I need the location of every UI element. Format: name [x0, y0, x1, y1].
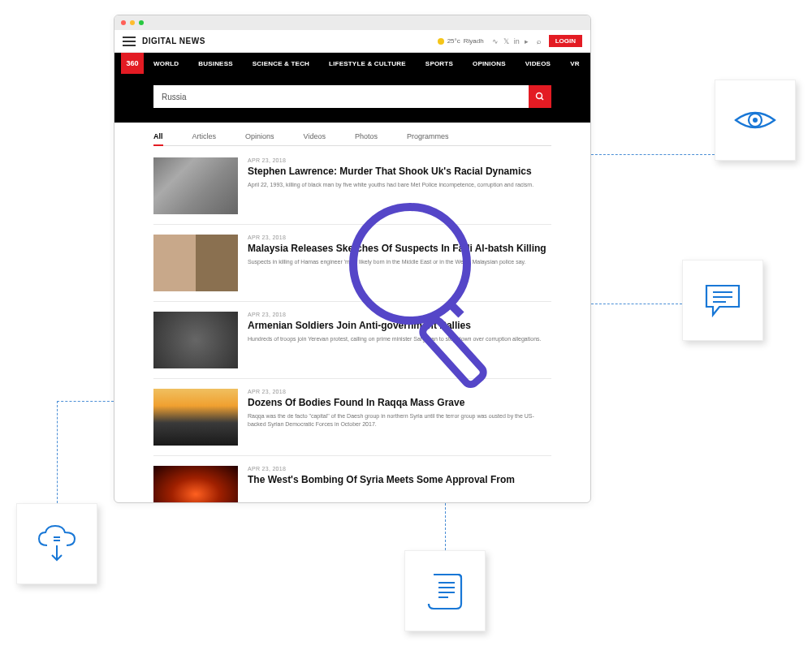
list-item[interactable]: APR 23, 2018 The West's Bombing Of Syria…: [153, 466, 551, 503]
nav-videos[interactable]: VIDEOS: [516, 60, 560, 67]
nav-business[interactable]: BUSINESS: [188, 60, 243, 67]
connector-line: [591, 304, 682, 304]
searchbar: [153, 85, 551, 108]
hamburger-icon[interactable]: [123, 37, 136, 46]
svg-point-6: [753, 118, 758, 123]
article-thumbnail: [153, 312, 238, 368]
nav-lifestyle[interactable]: LIFESTYLE & CULTURE: [319, 60, 416, 67]
nav-opinions[interactable]: OPINIONS: [463, 60, 516, 67]
window-titlebar: [114, 15, 590, 30]
connector-line: [57, 401, 114, 402]
script-icon: [425, 570, 464, 612]
article-desc: Raqqa was the de facto "capital" of the …: [248, 412, 551, 429]
weather-widget: 25°c Riyadh: [438, 37, 484, 45]
feature-card-chat: [682, 260, 763, 341]
article-thumbnail: [153, 157, 238, 214]
article-title: Armenian Soldiers Join Anti-government R…: [248, 320, 551, 332]
article-thumbnail: [153, 235, 238, 291]
cloud-download-icon: [34, 521, 80, 566]
search-section: [114, 74, 590, 123]
article-date: APR 23, 2018: [248, 235, 551, 240]
tab-opinions[interactable]: Opinions: [245, 132, 274, 140]
nav-logo[interactable]: 360: [121, 53, 144, 74]
article-body: APR 23, 2018 Malaysia Releases Sketches …: [248, 235, 551, 291]
tab-videos[interactable]: Videos: [304, 132, 326, 140]
article-body: APR 23, 2018 The West's Bombing Of Syria…: [248, 466, 551, 503]
sun-icon: [438, 38, 444, 45]
article-date: APR 23, 2018: [248, 389, 551, 394]
article-body: APR 23, 2018 Armenian Soldiers Join Anti…: [248, 312, 551, 368]
tab-programmes[interactable]: Programmes: [407, 132, 449, 140]
feature-card-view: [715, 80, 796, 161]
article-date: APR 23, 2018: [248, 157, 551, 163]
nav-sports[interactable]: SPORTS: [416, 60, 463, 67]
article-thumbnail: [153, 389, 238, 446]
linkedin-icon[interactable]: in: [514, 37, 520, 45]
article-desc: Suspects in killing of Hamas engineer 'm…: [248, 258, 551, 266]
search-input[interactable]: [153, 85, 529, 108]
maximize-icon[interactable]: [139, 20, 144, 25]
connector-line: [591, 154, 715, 155]
close-icon[interactable]: [121, 20, 126, 25]
tab-articles[interactable]: Articles: [192, 132, 217, 140]
search-icon: [535, 92, 545, 101]
filter-tabs: All Articles Opinions Videos Photos Prog…: [153, 132, 551, 146]
article-title: Malaysia Releases Sketches Of Suspects I…: [248, 243, 551, 255]
list-item[interactable]: APR 23, 2018 Dozens Of Bodies Found In R…: [153, 389, 551, 456]
nav-vr[interactable]: VR: [560, 60, 590, 67]
login-button[interactable]: LOGIN: [549, 35, 582, 47]
article-body: APR 23, 2018 Dozens Of Bodies Found In R…: [248, 389, 551, 446]
article-body: APR 23, 2018 Stephen Lawrence: Murder Th…: [248, 157, 551, 214]
brand-title: DIGITAL NEWS: [142, 37, 205, 45]
search-mini-icon[interactable]: ⌕: [537, 37, 541, 45]
article-date: APR 23, 2018: [248, 312, 551, 317]
article-title: Stephen Lawrence: Murder That Shook Uk's…: [248, 166, 551, 178]
connector-line: [445, 503, 446, 550]
minimize-icon[interactable]: [130, 20, 135, 25]
article-desc: Hundreds of troops join Yerevan protest,…: [248, 335, 551, 343]
list-item[interactable]: APR 23, 2018 Stephen Lawrence: Murder Th…: [153, 157, 551, 225]
main-nav: 360 WORLD BUSINESS SCIENCE & TECH LIFEST…: [114, 53, 590, 74]
nav-world[interactable]: WORLD: [144, 60, 188, 67]
browser-window: DIGITAL NEWS 25°c Riyadh ∿ 𝕏 in ▸ ⌕ LOGI…: [114, 15, 591, 503]
social-icons: ∿ 𝕏 in ▸ ⌕: [492, 37, 541, 45]
tab-all[interactable]: All: [153, 132, 163, 140]
content-area: All Articles Opinions Videos Photos Prog…: [114, 123, 590, 503]
twitter-icon[interactable]: 𝕏: [503, 37, 509, 45]
article-date: APR 23, 2018: [248, 466, 551, 472]
list-item[interactable]: APR 23, 2018 Malaysia Releases Sketches …: [153, 235, 551, 302]
top-header: DIGITAL NEWS 25°c Riyadh ∿ 𝕏 in ▸ ⌕ LOGI…: [114, 30, 590, 53]
feature-card-script: [404, 550, 486, 631]
nav-science[interactable]: SCIENCE & TECH: [243, 60, 319, 67]
rss-icon[interactable]: ∿: [492, 37, 499, 45]
svg-line-1: [542, 98, 544, 101]
feature-card-download: [16, 503, 97, 584]
search-button[interactable]: [529, 85, 551, 108]
article-thumbnail: [153, 466, 238, 503]
youtube-icon[interactable]: ▸: [525, 37, 529, 45]
chat-icon: [703, 282, 742, 318]
header-right: 25°c Riyadh ∿ 𝕏 in ▸ ⌕ LOGIN: [438, 35, 582, 47]
weather-temp: 25°c: [447, 37, 460, 45]
header-left: DIGITAL NEWS: [123, 37, 205, 46]
weather-city: Riyadh: [464, 37, 484, 45]
article-title: Dozens Of Bodies Found In Raqqa Mass Gra…: [248, 397, 551, 409]
list-item[interactable]: APR 23, 2018 Armenian Soldiers Join Anti…: [153, 312, 551, 379]
tab-photos[interactable]: Photos: [355, 132, 378, 140]
connector-line: [57, 401, 58, 503]
svg-point-0: [537, 93, 542, 99]
eye-icon: [732, 104, 778, 136]
article-title: The West's Bombing Of Syria Meets Some A…: [248, 474, 551, 486]
article-desc: April 22, 1993, killing of black man by …: [248, 181, 551, 189]
